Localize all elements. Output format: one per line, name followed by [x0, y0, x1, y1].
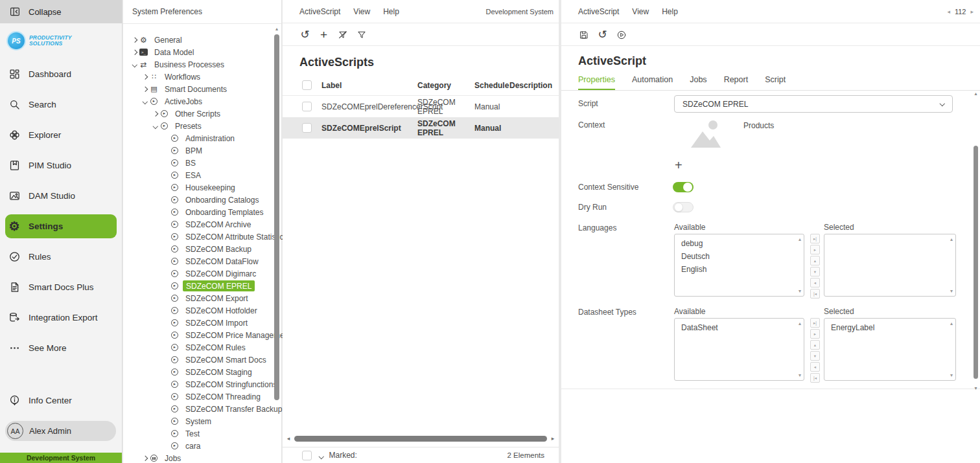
sidebar-item-settings[interactable]: ⚙Settings [5, 214, 117, 238]
chevron-right-icon[interactable] [141, 457, 149, 460]
sidebar-item-dashboard[interactable]: Dashboard [0, 59, 122, 89]
tree-item[interactable]: ▸BS [123, 157, 274, 169]
list-option[interactable]: Deutsch [675, 250, 804, 263]
sidebar-item-integration-export[interactable]: Integration Export [0, 302, 122, 333]
horizontal-scrollbar[interactable]: ◂ ▸ [285, 435, 556, 442]
sidebar-item-info-center[interactable]: Info Center [0, 387, 122, 413]
move-down-button[interactable]: ▾ [810, 267, 820, 277]
chevron-down-icon[interactable] [152, 124, 159, 128]
scroll-up-icon[interactable]: ▴ [950, 321, 953, 326]
scroll-up-icon[interactable]: ▴ [950, 236, 953, 242]
column-schedule[interactable]: Schedule [474, 81, 509, 90]
tree-item[interactable]: ▸SDZeCOM EPREL [123, 280, 274, 292]
chevron-down-icon[interactable] [320, 451, 323, 460]
tree-item[interactable]: ▸SDZeCOM Import [123, 317, 274, 329]
row-checkbox[interactable] [302, 123, 312, 133]
tree-item[interactable]: ▸SDZeCOM Staging [123, 366, 274, 378]
sidebar-item-smart-docs-plus[interactable]: Smart Docs Plus [0, 272, 122, 302]
list-option[interactable]: debug [675, 237, 804, 250]
marked-checkbox[interactable] [302, 451, 312, 460]
tree-item[interactable]: ▤Smart Documents [123, 83, 274, 95]
save-button[interactable] [578, 29, 589, 40]
scroll-down-icon[interactable]: ▾ [799, 288, 801, 294]
column-description[interactable]: Description [509, 81, 559, 90]
menu-activescript[interactable]: ActiveScript [578, 7, 619, 16]
chevron-down-icon[interactable] [131, 63, 139, 67]
context-sensitive-toggle[interactable] [673, 182, 694, 192]
move-up-button[interactable]: ▴ [810, 340, 820, 350]
tree-item[interactable]: ▸ESA [123, 169, 274, 181]
previous-record-icon[interactable]: ◂ [947, 8, 950, 15]
tree-item[interactable]: ▸SDZeCOM Stringfunctions [123, 378, 274, 390]
tree-scrollbar[interactable]: ▴ [274, 26, 280, 463]
add-button[interactable]: + [318, 29, 329, 40]
scrollbar-thumb[interactable] [974, 146, 978, 379]
move-all-right-button[interactable]: ▸| [810, 318, 820, 328]
chevron-right-icon[interactable] [141, 87, 149, 91]
move-right-button[interactable]: ▸ [810, 329, 820, 339]
dry-run-toggle[interactable] [673, 202, 694, 212]
filter-button[interactable] [356, 29, 367, 40]
move-up-button[interactable]: ▴ [810, 256, 820, 265]
sidebar-item-pim-studio[interactable]: PIM Studio [0, 150, 122, 181]
tree-item[interactable]: ▸Presets [123, 120, 274, 132]
sidebar-item-see-more[interactable]: See More [0, 333, 122, 363]
list-option[interactable]: DataSheet [675, 321, 804, 334]
tree-item[interactable]: ▸SDZeCOM Transfer Backup [123, 403, 274, 415]
languages-selected-listbox[interactable]: ▴ ▾ [824, 234, 956, 297]
tree-item[interactable]: ▸SDZeCOM Smart Docs [123, 354, 274, 366]
run-button[interactable] [616, 29, 627, 40]
move-left-button[interactable]: ◂ [810, 278, 820, 288]
detail-scrollbar[interactable]: ▴ ▾ [972, 91, 979, 392]
scroll-down-icon[interactable]: ▾ [950, 288, 953, 294]
tree-item[interactable]: ▸cara [123, 440, 274, 452]
chevron-down-icon[interactable] [141, 100, 149, 104]
tab-properties[interactable]: Properties [578, 75, 615, 90]
tree-item[interactable]: ▸SDZeCOM Backup [123, 243, 274, 255]
tree-item[interactable]: ⚙General [123, 34, 274, 46]
scrollbar-thumb[interactable] [274, 34, 279, 400]
list-option[interactable]: English [675, 263, 804, 276]
scrollbar-thumb[interactable] [294, 436, 547, 442]
tree-item[interactable]: ▸SDZeCOM Price Management [123, 329, 274, 341]
move-all-left-button[interactable]: |◂ [810, 289, 820, 299]
sidebar-item-search[interactable]: Search [0, 89, 122, 120]
scroll-up-icon[interactable]: ▴ [274, 26, 280, 32]
sidebar-item-dam-studio[interactable]: DAM Studio [0, 181, 122, 211]
tab-jobs[interactable]: Jobs [690, 75, 706, 89]
tree-item[interactable]: ▸SDZeCOM Digimarc [123, 267, 274, 280]
refresh-button[interactable]: ↺ [597, 29, 608, 40]
tree-item[interactable]: ▸Other Scripts [123, 107, 274, 120]
script-dropdown[interactable]: SDZeCOM EPREL [674, 95, 953, 113]
tree-item[interactable]: ▸Onboarding Catalogs [123, 194, 274, 206]
tree-item[interactable]: ⇄Business Processes [123, 58, 274, 71]
scroll-left-icon[interactable]: ◂ [285, 435, 292, 442]
tree-item[interactable]: ▸Test [123, 427, 274, 440]
tree-item[interactable]: >_Data Model [123, 46, 274, 58]
move-right-button[interactable]: ▸ [810, 245, 820, 254]
move-down-button[interactable]: ▾ [810, 351, 820, 361]
sidebar-item-explorer[interactable]: Explorer [0, 120, 122, 150]
tree-item[interactable]: ▸SDZeCOM Archive [123, 218, 274, 231]
table-row[interactable]: SDZeCOMEprelDereferencerScriptSDZeCOM EP… [283, 96, 559, 117]
tree-item[interactable]: ▸SDZeCOM Attribute Statistics [123, 231, 274, 243]
tab-script[interactable]: Script [765, 75, 786, 89]
column-category[interactable]: Category [417, 81, 474, 90]
tree-item[interactable]: ▸SDZeCOM Hotfolder [123, 304, 274, 317]
tab-report[interactable]: Report [724, 75, 749, 89]
select-all-checkbox[interactable] [302, 80, 312, 90]
scroll-down-icon[interactable]: ▾ [799, 372, 801, 378]
tree-item[interactable]: ▸System [123, 415, 274, 427]
next-record-icon[interactable]: ▸ [970, 8, 974, 15]
scroll-up-icon[interactable]: ▴ [799, 321, 801, 326]
row-checkbox[interactable] [302, 102, 312, 111]
menu-help[interactable]: Help [662, 7, 678, 16]
scroll-down-icon[interactable]: ▾ [972, 385, 979, 392]
scroll-up-icon[interactable]: ▴ [972, 91, 979, 97]
tree-item[interactable]: ∷Workflows [123, 71, 274, 83]
datasheet-available-listbox[interactable]: ▴ ▾ DataSheet [674, 318, 804, 381]
tree-item[interactable]: ▸Administration [123, 132, 274, 144]
tree-item[interactable]: ▸SDZeCOM Export [123, 292, 274, 304]
chevron-right-icon[interactable] [131, 51, 139, 54]
refresh-button[interactable]: ↺ [299, 29, 310, 40]
